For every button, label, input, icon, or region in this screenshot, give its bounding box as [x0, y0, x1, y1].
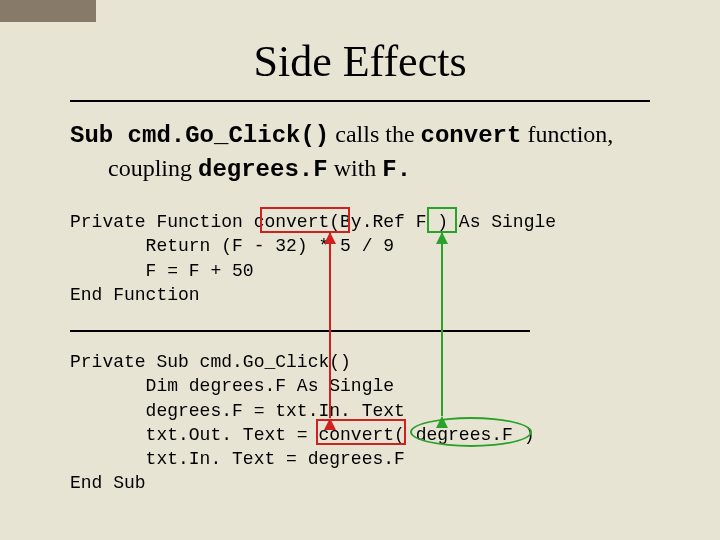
explain-code-sub: Sub cmd.Go_Click()	[70, 122, 329, 149]
code-block-function: Private Function convert(By.Ref F ) As S…	[70, 210, 690, 307]
code-divider	[70, 330, 530, 332]
explain-text-3: coupling	[108, 155, 198, 181]
title-divider	[70, 100, 650, 102]
explain-text-1: calls the	[329, 121, 420, 147]
explain-text-4: with	[328, 155, 383, 181]
code-block-sub: Private Sub cmd.Go_Click() Dim degrees.F…	[70, 350, 690, 496]
explanation-text: Sub cmd.Go_Click() calls the convert fun…	[70, 118, 680, 187]
slide: Side Effects Sub cmd.Go_Click() calls th…	[0, 0, 720, 540]
slide-title: Side Effects	[0, 36, 720, 87]
top-accent-bar	[0, 0, 96, 22]
explain-code-convert: convert	[421, 122, 522, 149]
explain-code-degreesf: degrees.F	[198, 156, 328, 183]
explain-text-2: function,	[521, 121, 613, 147]
explain-code-f: F.	[382, 156, 411, 183]
